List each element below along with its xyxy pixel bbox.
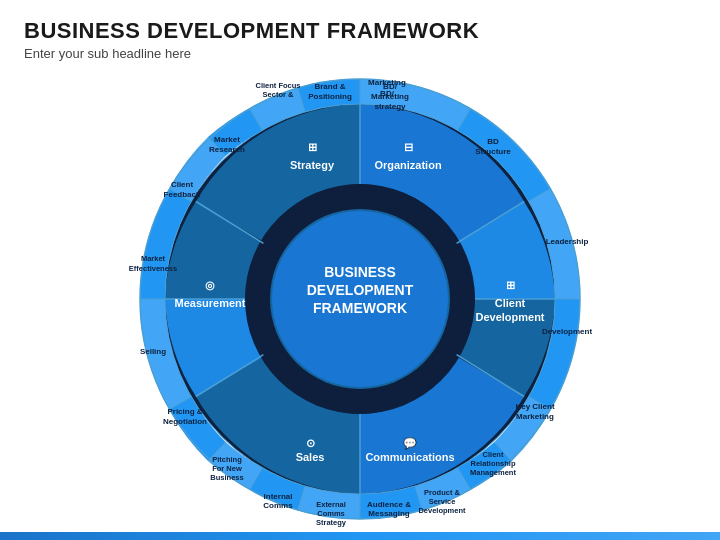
diagram: BUSINESS DEVELOPMENT FRAMEWORK ⊞ Strateg… <box>24 69 696 529</box>
title: BUSINESS DEVELOPMENT FRAMEWORK <box>24 18 696 44</box>
center-inner <box>272 211 448 387</box>
label-audience2: Messaging <box>368 509 409 518</box>
label-product3: Development <box>418 506 466 515</box>
sales-icon: ⊙ <box>306 437 315 449</box>
center-line2: DEVELOPMENT <box>307 282 414 298</box>
subtitle: Enter your sub headline here <box>24 46 696 61</box>
label-pitching2: For New <box>212 464 242 473</box>
label-leadership: Leadership <box>546 237 589 246</box>
label-internal-comms: Internal <box>264 492 293 501</box>
label-crm3: Management <box>470 468 516 477</box>
label-external-comms3: Strategy <box>316 518 347 527</box>
label-brand: Brand & <box>314 82 345 91</box>
label-key-client2: Marketing <box>516 412 554 421</box>
client-dev-icon: ⊞ <box>506 279 515 291</box>
label-selling: Selling <box>140 347 166 356</box>
label-market-effectiveness: Market <box>141 254 166 263</box>
label-pitching3: Business <box>210 473 243 482</box>
label-key-client: Key Client <box>515 402 554 411</box>
label-brand2: Positioning <box>308 92 352 101</box>
label-crm2: Relationship <box>470 459 515 468</box>
measurement-label: Measurement <box>175 297 246 309</box>
bottom-bar <box>0 532 720 540</box>
measurement-icon: ◎ <box>205 279 215 291</box>
label-pricing2: Negotiation <box>163 417 207 426</box>
organization-label: Organization <box>374 159 442 171</box>
label-client-feedback: Client <box>171 180 194 189</box>
label-bd-structure: BD <box>487 137 499 146</box>
label-client-feedback2: Feedback <box>164 190 201 199</box>
label-bd-structure2: Structure <box>475 147 511 156</box>
strategy-icon: ⊞ <box>308 141 317 153</box>
label-external-comms2: Comms <box>317 509 345 518</box>
client-dev-label2: Development <box>475 311 544 323</box>
label-audience: Audience & <box>367 500 411 509</box>
label-sector2: Client Focus <box>255 81 300 90</box>
center-line1: BUSINESS <box>324 264 396 280</box>
label-product2: Service <box>429 497 456 506</box>
label-bdm2: Marketing <box>371 92 409 101</box>
label-market-research: Market <box>214 135 240 144</box>
label-bdm3: strategy <box>374 102 406 111</box>
framework-svg: BUSINESS DEVELOPMENT FRAMEWORK ⊞ Strateg… <box>100 69 620 529</box>
slide: BUSINESS DEVELOPMENT FRAMEWORK Enter you… <box>0 0 720 540</box>
label-pricing: Pricing & <box>167 407 202 416</box>
label-market-research2: Research <box>209 145 245 154</box>
organization-icon: ⊟ <box>404 141 413 153</box>
label-internal-comms2: Comms <box>263 501 293 510</box>
center-line3: FRAMEWORK <box>313 300 407 316</box>
strategy-label: Strategy <box>290 159 335 171</box>
comms-icon: 💬 <box>403 436 417 450</box>
sales-label: Sales <box>296 451 325 463</box>
label-sector: Sector & <box>263 90 294 99</box>
label-market-effectiveness2: Effectiveness <box>129 264 177 273</box>
label-pitching: Pitching <box>212 455 242 464</box>
client-dev-label: Client <box>495 297 526 309</box>
label-product: Product & <box>424 488 460 497</box>
label-bdm: BD/ <box>383 82 398 91</box>
label-crm: Client <box>483 450 504 459</box>
comms-label: Communications <box>365 451 454 463</box>
label-external-comms: External <box>316 500 346 509</box>
label-development: Development <box>542 327 593 336</box>
